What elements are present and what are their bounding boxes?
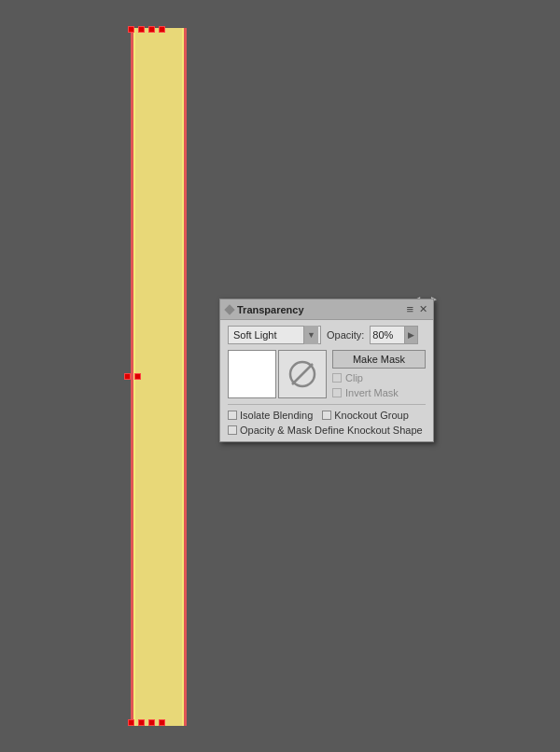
isolate-blending-item[interactable]: Isolate Blending	[228, 410, 313, 421]
invert-mask-label: Invert Mask	[345, 387, 399, 398]
clip-checkbox-row: Clip	[332, 372, 426, 383]
knockout-group-item[interactable]: Knockout Group	[322, 410, 409, 421]
clip-label: Clip	[345, 372, 363, 383]
panel-title-left: Transparency	[226, 304, 304, 315]
clip-checkbox	[332, 373, 342, 383]
knockout-group-label: Knockout Group	[334, 410, 409, 421]
opacity-mask-label: Opacity & Mask Define Knockout Shape	[240, 425, 423, 436]
thumbnail-white[interactable]	[228, 350, 276, 398]
panel-diamond-icon	[224, 304, 234, 314]
blend-mode-select[interactable]: Soft Light ▼	[228, 326, 321, 344]
blend-mode-arrow-icon[interactable]: ▼	[303, 326, 318, 344]
panel-titlebar[interactable]: Transparency ≡ ✕	[220, 299, 433, 320]
thumbnail-mask[interactable]	[278, 350, 327, 398]
opacity-label: Opacity:	[327, 329, 364, 341]
handle-mid-2	[134, 373, 141, 380]
opacity-input[interactable]	[371, 327, 404, 343]
no-entry-icon	[287, 359, 317, 389]
handle-bot-4	[159, 719, 165, 726]
panel-title-controls: ≡ ✕	[406, 302, 427, 316]
handle-bot-3	[148, 719, 155, 726]
mask-thumbnails	[228, 350, 327, 398]
opacity-arrow-icon[interactable]: ▶	[404, 327, 417, 343]
isolate-blending-checkbox[interactable]	[228, 411, 237, 420]
knockout-group-checkbox[interactable]	[322, 411, 331, 420]
transparency-panel: Transparency ≡ ✕ Soft Light ▼ Opacity:	[219, 299, 434, 442]
handle-bot-2	[138, 719, 145, 726]
handle-top-4	[159, 26, 165, 33]
blend-mode-value: Soft Light	[231, 329, 276, 341]
panel-row2: Make Mask Clip Invert Mask	[228, 350, 426, 398]
handle-mid-1	[124, 373, 131, 380]
panel-menu-icon[interactable]: ≡	[406, 302, 413, 316]
mask-buttons: Make Mask Clip Invert Mask	[332, 350, 426, 398]
panel-row3: Isolate Blending Knockout Group	[228, 404, 426, 421]
opacity-mask-checkbox[interactable]	[228, 425, 237, 435]
svg-line-1	[292, 364, 313, 384]
handle-top-3	[148, 26, 155, 33]
panel-title-text: Transparency	[237, 304, 304, 315]
invert-mask-checkbox-row: Invert Mask	[332, 387, 426, 398]
canvas: ◄ ► Transparency ≡ ✕ Soft Light ▼	[0, 0, 560, 752]
handles-bottom	[128, 719, 165, 726]
panel-row4[interactable]: Opacity & Mask Define Knockout Shape	[228, 425, 426, 436]
handles-middle	[124, 373, 141, 380]
panel-body: Soft Light ▼ Opacity: ▶	[220, 320, 433, 441]
invert-mask-checkbox	[332, 388, 342, 397]
make-mask-button[interactable]: Make Mask	[332, 350, 426, 369]
handle-top-2	[138, 26, 145, 33]
handle-bot-1	[128, 719, 134, 726]
panel-close-icon[interactable]: ✕	[419, 303, 427, 315]
handle-top-1	[128, 26, 134, 33]
handles-top	[128, 26, 165, 33]
panel-row1: Soft Light ▼ Opacity: ▶	[228, 326, 426, 344]
isolate-blending-label: Isolate Blending	[240, 410, 313, 421]
opacity-input-wrapper[interactable]: ▶	[370, 326, 418, 344]
